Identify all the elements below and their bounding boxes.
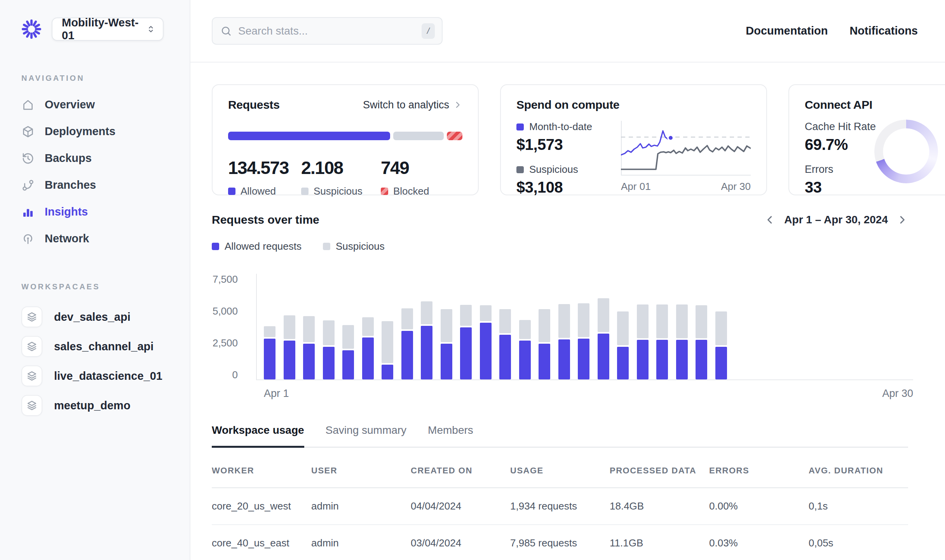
git-branch-icon [21,178,35,192]
stat-value: 2.108 [301,157,381,178]
progress-segment-allowed [228,132,390,140]
sidebar-item-insights[interactable]: Insights [21,198,190,225]
bar-apr-13 [499,309,511,379]
bar-segment-suspicious [539,309,550,342]
bar-apr-10 [441,309,452,379]
topbar-links: DocumentationNotifications [746,24,918,37]
bar-apr-7 [382,321,393,379]
connect-api-title: Connect API [805,98,945,111]
sidebar-item-network[interactable]: Network [21,225,190,252]
spend-x-start: Apr 01 [621,181,651,193]
notifications-link[interactable]: Notifications [849,24,918,37]
workspace-item-label: live_datascience_01 [54,370,162,383]
column-header: ERRORS [709,466,809,476]
layers-icon [21,395,42,416]
search-input[interactable] [238,25,415,37]
bar-segment-allowed [460,327,472,379]
bar-segment-allowed [696,340,707,379]
x-axis-label-start: Apr 1 [264,388,289,400]
bar-segment-allowed [617,347,629,379]
spend-metric-label: Suspicious [516,163,592,176]
spend-metric-value: $1,573 [516,136,592,153]
stat-blocked: 749Blocked [381,157,429,197]
stat-allowed: 134.573Allowed [228,157,301,197]
bar-segment-suspicious [342,325,354,349]
y-axis-tick-label: 7,500 [212,273,238,285]
spinner-logo-icon [21,19,42,39]
bar-segment-allowed [362,337,374,379]
bar-apr-18 [598,298,609,379]
workspace-item-dev_sales_api[interactable]: dev_sales_api [21,302,190,332]
bar-apr-5 [342,325,354,379]
bar-segment-suspicious [362,317,374,336]
spend-card: Spend on compute Month-to-date $1,573 Su… [500,84,767,195]
bar-chart-icon [21,205,35,219]
x-axis-line [256,379,913,380]
table-cell: 04/04/2024 [411,500,510,512]
stat-suspicious: 2.108Suspicious [301,157,381,197]
spend-line-chart [621,118,751,176]
column-header: CREATED ON [411,466,510,476]
sidebar-item-overview[interactable]: Overview [21,91,190,118]
y-axis-tick-label: 2,500 [212,337,238,349]
stat-label: Blocked [393,185,429,197]
bar-apr-16 [558,304,570,379]
bar-segment-suspicious [460,305,472,326]
bar-apr-17 [578,303,589,379]
switch-to-analytics-link[interactable]: Switch to analytics [363,99,462,111]
workspace-item-sales_channel_api[interactable]: sales_channel_api [21,332,190,361]
bar-segment-allowed [441,344,452,379]
nav-section-label: NAVIGATION [21,74,190,83]
chevron-right-icon[interactable] [896,214,908,226]
legend-swatch [212,243,219,250]
legend-item-suspicious: Suspicious [323,240,385,252]
app-root: Mobility-West-01 NAVIGATION OverviewDepl… [0,0,945,560]
sidebar-item-branches[interactable]: Branches [21,172,190,198]
history-icon [21,151,35,165]
workspace-item-live_datascience_01[interactable]: live_datascience_01 [21,361,190,391]
connect-metric-value: 33 [805,179,945,196]
bar-apr-14 [519,320,531,379]
stat-legend: Suspicious [301,185,381,197]
progress-segment-suspicious [393,132,444,140]
bar-segment-allowed [382,365,393,379]
workspace-item-label: sales_channel_api [54,340,153,353]
sidebar-item-backups[interactable]: Backups [21,145,190,172]
date-range-label[interactable]: Apr 1 – Apr 30, 2024 [784,214,888,226]
documentation-link[interactable]: Documentation [746,24,828,37]
bar-segment-allowed [264,339,275,379]
table-row[interactable]: core_20_us_westadmin04/04/20241,934 requ… [212,488,908,525]
legend-label: Suspicious [336,240,385,252]
requests-card: Requests Switch to analytics 134.573Allo… [212,84,479,195]
column-header: USAGE [510,466,610,476]
tab-saving-summary[interactable]: Saving summary [326,424,407,448]
bar-segment-suspicious [382,321,393,363]
table-cell: 0.03% [709,537,809,549]
bar-segment-suspicious [441,309,452,342]
bar-segment-suspicious [323,320,335,345]
bar-apr-9 [421,301,432,379]
search-box[interactable]: / [212,17,443,45]
tab-workspace-usage[interactable]: Workspace usage [212,424,304,448]
workspace-item-meetup_demo[interactable]: meetup_demo [21,391,190,420]
bar-apr-6 [362,317,374,379]
bar-segment-suspicious [656,304,668,338]
table-cell: 1,934 requests [510,500,610,512]
table-cell: core_20_us_west [212,500,311,512]
bar-segment-suspicious [264,326,275,337]
legend-label: Allowed requests [225,240,302,252]
chevron-left-icon[interactable] [764,214,776,226]
table-cell: 0.00% [709,500,809,512]
sidebar-item-deployments[interactable]: Deployments [21,118,190,145]
stat-label: Suspicious [314,185,363,197]
table-row[interactable]: core_40_us_eastadmin03/04/20247,985 requ… [212,525,908,560]
bar-apr-11 [460,305,472,379]
topbar: / DocumentationNotifications [190,0,945,63]
tab-members[interactable]: Members [428,424,473,448]
workspace-selector[interactable]: Mobility-West-01 [52,17,164,41]
table-cell: core_40_us_east [212,537,311,549]
column-header: USER [311,466,411,476]
bar-apr-3 [303,316,315,379]
package-icon [21,125,35,139]
sidebar-item-label: Insights [45,205,88,218]
